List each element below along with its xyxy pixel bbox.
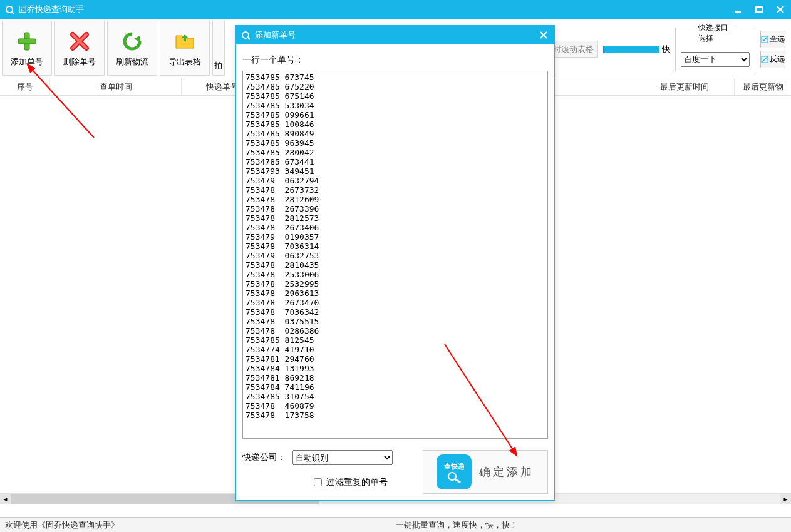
speed-bar[interactable]: [603, 46, 659, 53]
svg-line-1: [12, 12, 14, 14]
invert-selection-label: 反选: [770, 54, 785, 64]
confirm-add-button[interactable]: 查快递 确定添加: [423, 450, 548, 494]
hscroll-right-arrow[interactable]: ►: [780, 494, 791, 504]
main-titlebar: 固乔快递查询助手: [0, 0, 791, 19]
add-number-dialog: 添加新单号 一行一个单号： 快递公司： 自动识别 过滤重复的单号: [235, 25, 555, 501]
invert-icon: [761, 56, 768, 63]
select-all-icon: [761, 36, 768, 43]
svg-point-18: [242, 32, 249, 38]
app-icon: [4, 4, 15, 15]
dialog-app-icon: [240, 29, 251, 41]
window-controls: [727, 0, 791, 19]
svg-rect-3: [756, 7, 762, 12]
col-query-time[interactable]: 查单时间: [50, 78, 182, 95]
dialog-hint: 一行一个单号：: [242, 54, 548, 66]
speed-indicator: 快: [603, 44, 670, 55]
export-button[interactable]: 导出表格: [160, 21, 210, 76]
add-number-label: 添加单号: [11, 56, 43, 68]
filter-duplicates-label: 过滤重复的单号: [326, 477, 388, 488]
dialog-body: 一行一个单号： 快递公司： 自动识别 过滤重复的单号 查快递: [236, 44, 554, 500]
company-select[interactable]: 自动识别: [292, 450, 393, 465]
add-number-button[interactable]: 添加单号: [2, 21, 52, 76]
svg-line-17: [762, 57, 767, 62]
statusbar: 欢迎使用《固乔快递查询快手》 一键批量查询，速度快，快，快！: [0, 517, 791, 532]
dialog-bottom-row: 快递公司： 自动识别 过滤重复的单号 查快递: [242, 439, 548, 494]
speed-label: 快: [662, 44, 670, 55]
col-seq[interactable]: 序号: [0, 78, 50, 95]
minimize-button[interactable]: [727, 0, 748, 19]
interface-select[interactable]: 百度一下: [681, 52, 750, 67]
confirm-add-label: 确定添加: [479, 464, 534, 479]
svg-marker-12: [134, 36, 140, 42]
svg-line-23: [455, 479, 460, 482]
folder-export-icon: [172, 29, 197, 54]
company-row: 快递公司： 自动识别: [242, 450, 393, 465]
invert-selection-button[interactable]: 反选: [760, 51, 785, 68]
delete-number-button[interactable]: 删除单号: [54, 21, 105, 76]
svg-line-19: [248, 38, 250, 39]
dialog-close-button[interactable]: [533, 26, 554, 44]
refresh-icon: [120, 29, 145, 54]
svg-point-0: [6, 6, 13, 13]
select-all-button[interactable]: 全选: [760, 31, 785, 48]
tracking-numbers-textarea[interactable]: [242, 71, 548, 439]
filter-duplicates-input[interactable]: [314, 478, 322, 486]
svg-rect-7: [18, 39, 36, 44]
refresh-label: 刷新物流: [116, 56, 148, 68]
refresh-button[interactable]: 刷新物流: [107, 21, 157, 76]
delete-icon: [67, 29, 92, 54]
interface-group: 快递接口选择 百度一下: [675, 28, 755, 71]
toolbar-right: 查询时滚动表格 快 快递接口选择 百度一下 全选 反选: [519, 21, 789, 78]
hscroll-left-arrow[interactable]: ◄: [0, 494, 11, 504]
svg-rect-14: [184, 38, 186, 41]
company-label: 快递公司：: [242, 452, 286, 463]
plus-icon: [14, 29, 39, 54]
filter-duplicates-checkbox[interactable]: 过滤重复的单号: [311, 476, 393, 488]
col-last-update-loc[interactable]: 最后更新物: [735, 78, 791, 95]
maximize-button[interactable]: [748, 0, 770, 19]
partial-label: 拍: [214, 60, 222, 71]
selection-buttons: 全选 反选: [760, 31, 785, 68]
status-left: 欢迎使用《固乔快递查询快手》: [5, 519, 119, 531]
dialog-title: 添加新单号: [255, 29, 296, 41]
search-express-icon: 查快递: [437, 454, 472, 489]
partial-button[interactable]: 拍: [212, 21, 225, 76]
close-button[interactable]: [770, 0, 791, 19]
col-last-update[interactable]: 最后更新时间: [634, 78, 735, 95]
export-label: 导出表格: [168, 56, 201, 68]
delete-number-label: 删除单号: [63, 56, 96, 68]
app-title: 固乔快递查询助手: [19, 4, 84, 15]
select-all-label: 全选: [770, 34, 785, 44]
interface-group-label: 快递接口选择: [696, 23, 735, 44]
status-right: 一键批量查询，速度快，快，快！: [396, 519, 518, 531]
dialog-titlebar: 添加新单号: [236, 26, 554, 44]
